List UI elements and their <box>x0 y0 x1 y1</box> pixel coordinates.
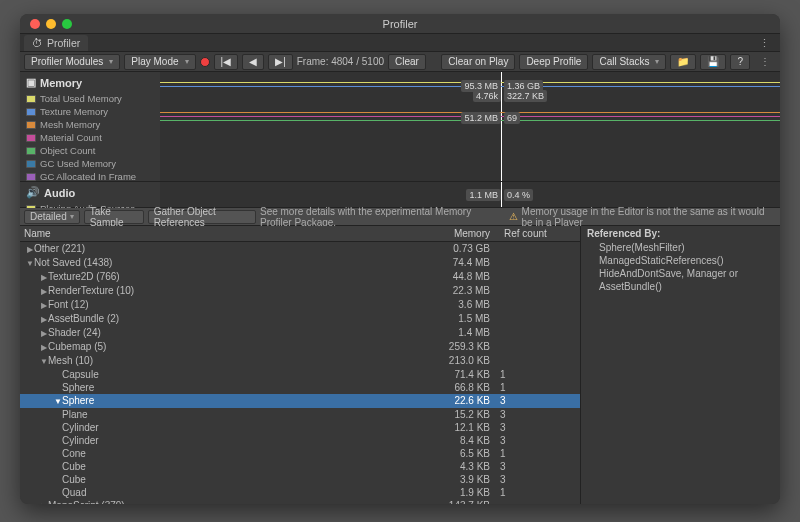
clear-button[interactable]: Clear <box>388 54 426 70</box>
chart-badge: 4.76k <box>473 90 501 102</box>
table-row[interactable]: Cube3.9 KB3 <box>20 473 580 486</box>
table-row[interactable]: Cylinder8.4 KB3 <box>20 434 580 447</box>
audio-badge-right: 0.4 % <box>504 189 533 201</box>
audio-chart[interactable]: 1.1 MB 0.4 % <box>160 182 780 207</box>
chart-badge: 51.2 MB <box>461 112 501 124</box>
record-button[interactable] <box>200 57 210 67</box>
table-row[interactable]: Plane15.2 KB3 <box>20 408 580 421</box>
legend-item[interactable]: Object Count <box>26 144 154 157</box>
table-row[interactable]: Cylinder12.1 KB3 <box>20 421 580 434</box>
detail-mode-dropdown[interactable]: Detailed <box>24 210 80 224</box>
tree-header[interactable]: Name Memory Ref count <box>20 226 580 242</box>
frame-cursor[interactable] <box>501 182 502 207</box>
audio-title[interactable]: 🔊 Audio <box>26 186 154 199</box>
table-row[interactable]: ▼Sphere22.6 KB3 <box>20 394 580 408</box>
memory-title[interactable]: ▣ Memory <box>26 76 154 89</box>
table-row[interactable]: Cone6.5 KB1 <box>20 447 580 460</box>
titlebar: Profiler <box>20 14 780 34</box>
frame-label: Frame: 4804 / 5100 <box>297 56 384 67</box>
details-bar: Detailed Take Sample Gather Object Refer… <box>20 208 780 226</box>
table-row[interactable]: ▶MonoScript (379)143.7 KB <box>20 499 580 504</box>
details-warning: Memory usage in the Editor is not the sa… <box>522 206 776 228</box>
legend-item[interactable]: Total Used Memory <box>26 92 154 105</box>
main-toolbar: Profiler Modules Play Mode |◀ ◀ ▶| Frame… <box>20 52 780 72</box>
referenced-by-panel: Referenced By: Sphere(MeshFilter)Managed… <box>580 226 780 504</box>
table-row[interactable]: ▶AssetBundle (2)1.5 MB <box>20 312 580 326</box>
save-icon[interactable]: 💾 <box>700 54 726 70</box>
tab-profiler[interactable]: ⏱ Profiler <box>24 35 88 51</box>
zoom-icon[interactable] <box>62 19 72 29</box>
help-icon[interactable]: ? <box>730 54 750 70</box>
table-row[interactable]: ▶Font (12)3.6 MB <box>20 298 580 312</box>
load-icon[interactable]: 📁 <box>670 54 696 70</box>
toolbar-menu-icon[interactable]: ⋮ <box>754 56 776 67</box>
table-row[interactable]: Sphere66.8 KB1 <box>20 381 580 394</box>
table-row[interactable]: ▼Not Saved (1438)74.4 MB <box>20 256 580 270</box>
tab-menu-icon[interactable]: ⋮ <box>753 37 776 49</box>
tab-label: Profiler <box>47 37 80 49</box>
chart-badge: 69 <box>504 112 520 124</box>
table-row[interactable]: ▶Texture2D (766)44.8 MB <box>20 270 580 284</box>
window-controls <box>20 19 72 29</box>
table-row[interactable]: ▶Cubemap (5)259.3 KB <box>20 340 580 354</box>
tab-row: ⏱ Profiler ⋮ <box>20 34 780 52</box>
profiler-icon: ⏱ <box>32 37 43 49</box>
details-hint: See more details with the experimental M… <box>260 206 501 228</box>
deep-profile-button[interactable]: Deep Profile <box>519 54 588 70</box>
table-row[interactable]: Cube4.3 KB3 <box>20 460 580 473</box>
reference-line: HideAndDontSave, Manager or AssetBundle(… <box>593 267 774 293</box>
frame-first-button[interactable]: |◀ <box>214 54 239 70</box>
audio-module: 🔊 Audio Playing Audio Sources 1.1 MB 0.4… <box>20 182 780 208</box>
table-row[interactable]: Quad1.9 KB1 <box>20 486 580 499</box>
legend-item[interactable]: Mesh Memory <box>26 118 154 131</box>
table-row[interactable]: ▶Shader (24)1.4 MB <box>20 326 580 340</box>
table-row[interactable]: ▼Mesh (10)213.0 KB <box>20 354 580 368</box>
memory-tree[interactable]: Name Memory Ref count ▶Other (221)0.73 G… <box>20 226 580 504</box>
memory-legend: ▣ Memory Total Used MemoryTexture Memory… <box>20 72 160 181</box>
chart-badge: 322.7 KB <box>504 90 547 102</box>
table-row[interactable]: ▶RenderTexture (10)22.3 MB <box>20 284 580 298</box>
table-row[interactable]: Capsule71.4 KB1 <box>20 368 580 381</box>
reference-line: ManagedStaticReferences() <box>593 254 774 267</box>
gather-refs-button[interactable]: Gather Object References <box>148 210 256 224</box>
frame-next-button[interactable]: ▶| <box>268 54 293 70</box>
referenced-by-title: Referenced By: <box>587 228 774 239</box>
profiler-modules-dropdown[interactable]: Profiler Modules <box>24 54 120 70</box>
call-stacks-dropdown[interactable]: Call Stacks <box>592 54 666 70</box>
col-refcount[interactable]: Ref count <box>500 226 580 241</box>
audio-legend: 🔊 Audio Playing Audio Sources <box>20 182 160 207</box>
warning-icon: ⚠ <box>509 211 518 222</box>
table-row[interactable]: ▶Other (221)0.73 GB <box>20 242 580 256</box>
clear-on-play-button[interactable]: Clear on Play <box>441 54 515 70</box>
col-name[interactable]: Name <box>20 226 420 241</box>
memory-chart[interactable]: 95.3 MB4.76k51.2 MB1.36 GB322.7 KB69 <box>160 72 780 181</box>
col-memory[interactable]: Memory <box>420 226 500 241</box>
play-mode-dropdown[interactable]: Play Mode <box>124 54 195 70</box>
detail-body: Name Memory Ref count ▶Other (221)0.73 G… <box>20 226 780 504</box>
legend-item[interactable]: Material Count <box>26 131 154 144</box>
close-icon[interactable] <box>30 19 40 29</box>
window-title: Profiler <box>20 18 780 30</box>
take-sample-button[interactable]: Take Sample <box>84 210 144 224</box>
audio-badge-left: 1.1 MB <box>466 189 501 201</box>
profiler-window: Profiler ⏱ Profiler ⋮ Profiler Modules P… <box>20 14 780 504</box>
reference-line: Sphere(MeshFilter) <box>593 241 774 254</box>
frame-cursor[interactable] <box>501 72 502 181</box>
legend-item[interactable]: Texture Memory <box>26 105 154 118</box>
frame-prev-button[interactable]: ◀ <box>242 54 264 70</box>
legend-item[interactable]: GC Used Memory <box>26 157 154 170</box>
memory-module: ▣ Memory Total Used MemoryTexture Memory… <box>20 72 780 182</box>
minimize-icon[interactable] <box>46 19 56 29</box>
